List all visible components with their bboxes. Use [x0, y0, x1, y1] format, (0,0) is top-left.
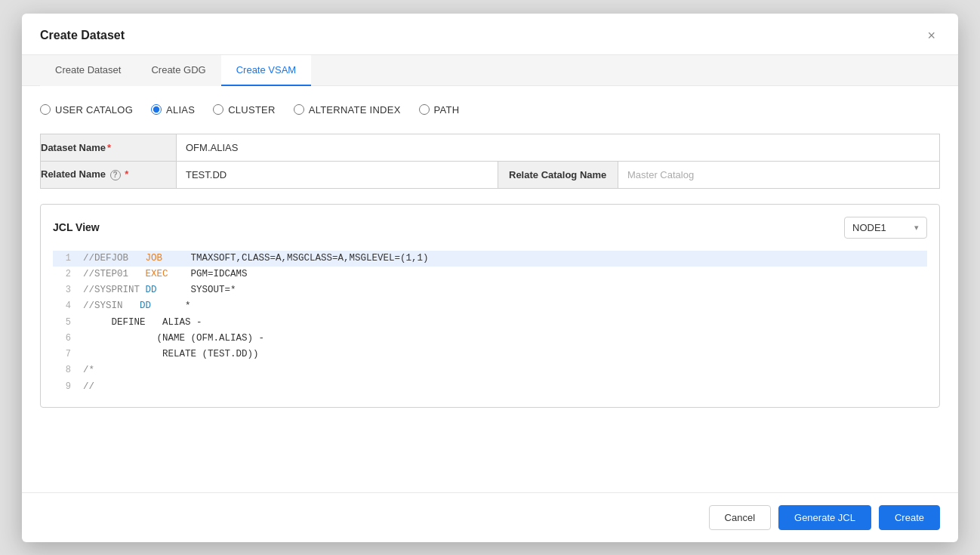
- dialog-title: Create Dataset: [40, 29, 125, 42]
- tab-create-gdg[interactable]: Create GDG: [136, 55, 220, 86]
- related-name-info-icon[interactable]: ?: [110, 170, 121, 180]
- related-name-label: Related Name: [41, 168, 106, 180]
- code-part-4-3: *: [151, 298, 191, 314]
- code-part-3-2: DD: [146, 282, 157, 298]
- related-name-input-cell: Relate Catalog Name: [177, 161, 940, 188]
- code-part-5-1: DEFINE: [83, 315, 146, 331]
- code-line-4: 4 //SYSIN DD *: [53, 298, 927, 314]
- code-part-3-3: SYSOUT=*: [157, 282, 236, 298]
- related-name-label-cell: Related Name ? *: [41, 161, 177, 188]
- code-line-3: 3 //SYSPRINT DD SYSOUT=*: [53, 282, 927, 298]
- node-select-label: NODE1: [852, 222, 886, 233]
- code-part-9-1: //: [83, 379, 94, 395]
- radio-alternate-index-input[interactable]: [294, 104, 304, 115]
- line-num-4: 4: [53, 298, 71, 313]
- code-part-2-sp: [128, 267, 146, 282]
- cancel-button[interactable]: Cancel: [709, 505, 771, 530]
- code-line-7: 7 RELATE (TEST.DD)): [53, 347, 927, 362]
- tabs-row: Create Dataset Create GDG Create VSAM: [22, 55, 958, 86]
- radio-path-label: PATH: [434, 104, 460, 116]
- code-part-4-1: //SYSIN: [83, 298, 123, 314]
- dialog-body: USER CATALOG ALIAS CLUSTER ALTERNATE IND…: [22, 86, 958, 492]
- dataset-name-row: Dataset Name*: [41, 134, 940, 161]
- radio-user-catalog[interactable]: USER CATALOG: [40, 104, 133, 116]
- radio-path-input[interactable]: [419, 104, 430, 115]
- vsam-type-radio-group: USER CATALOG ALIAS CLUSTER ALTERNATE IND…: [40, 101, 940, 119]
- relate-catalog-input[interactable]: [618, 162, 939, 188]
- related-row: Relate Catalog Name: [177, 162, 939, 188]
- related-name-required: *: [125, 168, 128, 180]
- radio-alias-input[interactable]: [151, 104, 162, 115]
- related-name-input[interactable]: [177, 162, 498, 188]
- code-part-1-3: JOB: [146, 251, 163, 267]
- code-part-2-3: PGM=IDCAMS: [168, 267, 248, 282]
- code-part-5-sp: [146, 315, 163, 331]
- radio-alias-label: ALIAS: [166, 104, 195, 116]
- radio-alias[interactable]: ALIAS: [151, 104, 195, 116]
- node-select[interactable]: NODE1 ▾: [844, 217, 927, 239]
- code-part-3-sp: [140, 282, 146, 298]
- code-line-6: 6 (NAME (OFM.ALIAS) -: [53, 331, 927, 347]
- tab-create-dataset[interactable]: Create Dataset: [40, 55, 136, 86]
- code-part-5-2: ALIAS -: [162, 315, 202, 331]
- radio-cluster-input[interactable]: [213, 104, 223, 115]
- close-button[interactable]: ×: [923, 27, 940, 44]
- radio-user-catalog-input[interactable]: [40, 104, 51, 115]
- code-part-2-2: EXEC: [146, 267, 168, 282]
- radio-path[interactable]: PATH: [419, 104, 460, 116]
- code-part-1-4: TMAXSOFT,CLASS=A,MSGCLASS=A,MSGLEVEL=(1,…: [162, 251, 429, 267]
- dataset-name-input[interactable]: [177, 134, 939, 161]
- line-num-7: 7: [53, 347, 71, 362]
- radio-alternate-index-label: ALTERNATE INDEX: [309, 104, 401, 116]
- radio-user-catalog-label: USER CATALOG: [55, 104, 133, 116]
- code-line-5: 5 DEFINE ALIAS -: [53, 315, 927, 331]
- dataset-name-required: *: [107, 142, 111, 153]
- code-part-3-1: //SYSPRINT: [83, 282, 140, 298]
- code-part-7-1: RELATE (TEST.DD)): [83, 347, 259, 362]
- line-num-5: 5: [53, 315, 71, 330]
- code-line-1: 1 //DEFJOB JOB TMAXSOFT,CLASS=A,MSGCLASS…: [53, 251, 927, 267]
- code-part-1-1: //DEFJOB: [83, 251, 128, 267]
- related-name-row: Related Name ? * Relate Catalog Name: [41, 161, 940, 188]
- code-part-4-2: DD: [140, 298, 151, 314]
- generate-jcl-button[interactable]: Generate JCL: [778, 505, 871, 530]
- radio-cluster-label: CLUSTER: [228, 104, 276, 116]
- dialog-footer: Cancel Generate JCL Create: [22, 492, 958, 542]
- create-button[interactable]: Create: [879, 505, 940, 530]
- create-dataset-dialog: Create Dataset × Create Dataset Create G…: [22, 14, 958, 542]
- code-part-4-sp: [123, 298, 140, 314]
- radio-alternate-index[interactable]: ALTERNATE INDEX: [294, 104, 401, 116]
- tab-create-vsam[interactable]: Create VSAM: [221, 55, 311, 86]
- code-part-1-2: [128, 251, 146, 267]
- code-part-8-1: /*: [83, 362, 94, 378]
- line-num-1: 1: [53, 251, 71, 266]
- radio-cluster[interactable]: CLUSTER: [213, 104, 276, 116]
- dataset-name-label-cell: Dataset Name*: [41, 134, 177, 161]
- code-line-8: 8 /*: [53, 362, 927, 378]
- line-num-2: 2: [53, 267, 71, 282]
- jcl-header: JCL View NODE1 ▾: [53, 217, 927, 239]
- line-num-3: 3: [53, 282, 71, 298]
- line-num-8: 8: [53, 362, 71, 378]
- dataset-name-input-cell: [177, 134, 940, 161]
- code-block: 1 //DEFJOB JOB TMAXSOFT,CLASS=A,MSGCLASS…: [53, 251, 927, 395]
- code-part-6-1: (NAME (OFM.ALIAS) -: [83, 331, 264, 347]
- dialog-header: Create Dataset ×: [22, 14, 958, 55]
- jcl-title: JCL View: [53, 221, 100, 233]
- form-table: Dataset Name* Related Name ? * Relate Ca: [40, 134, 940, 189]
- relate-catalog-label: Relate Catalog Name: [509, 169, 606, 180]
- line-num-6: 6: [53, 331, 71, 346]
- node-select-arrow: ▾: [914, 223, 919, 233]
- code-line-9: 9 //: [53, 379, 927, 395]
- dataset-name-label: Dataset Name: [41, 142, 106, 153]
- line-num-9: 9: [53, 379, 71, 394]
- relate-catalog-label-cell: Relate Catalog Name: [498, 162, 618, 188]
- jcl-section: JCL View NODE1 ▾ 1 //DEFJOB JOB TMAXSOFT…: [40, 204, 940, 408]
- code-line-2: 2 //STEP01 EXEC PGM=IDCAMS: [53, 267, 927, 282]
- code-part-2-1: //STEP01: [83, 267, 128, 282]
